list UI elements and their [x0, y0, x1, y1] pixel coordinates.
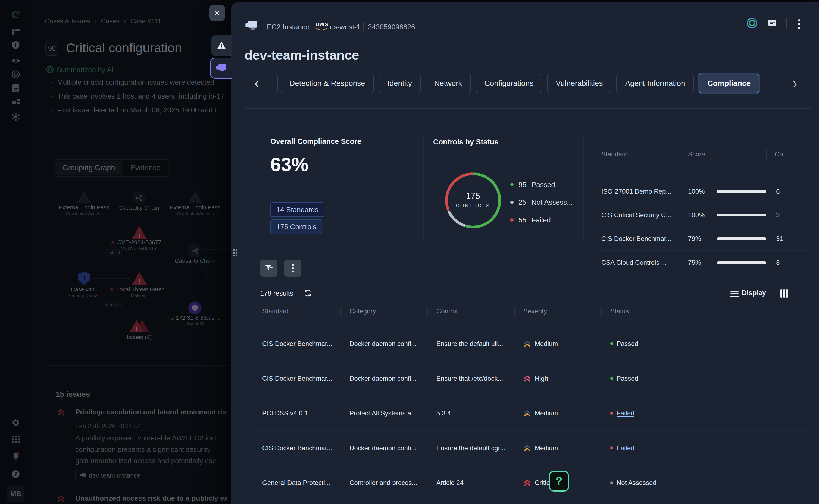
standards-row[interactable]: CIS Critical Security C... 100% 3 [598, 203, 812, 227]
account-id: 343059098826 [368, 23, 415, 31]
help-cursor: ? [549, 471, 569, 492]
tab-partial[interactable] [260, 74, 278, 93]
display-label[interactable]: Display [742, 289, 766, 297]
tab-identity[interactable]: Identity [379, 74, 421, 93]
table-options-kebab-button[interactable] [284, 260, 301, 277]
side-tab-asset[interactable] [210, 58, 231, 79]
standards-row[interactable]: CSA Cloud Controls ... 75% 3 [598, 251, 812, 270]
kebab-menu-icon[interactable] [798, 19, 801, 30]
compliance-score-value: 63% [270, 154, 308, 175]
region: us-west-1 [330, 23, 360, 31]
compliance-score-title: Overall Compliance Score [270, 137, 361, 146]
donut-center-label: CONTROLS [451, 203, 495, 209]
legend-item-passed: 95Passed [510, 181, 555, 189]
close-drawer-button[interactable]: ✕ [209, 5, 225, 21]
columns-icon[interactable] [780, 289, 788, 299]
severity-medium-icon [523, 340, 531, 348]
standards-row[interactable]: CIS Docker Benchmar... 79% 31 [598, 227, 812, 251]
scanner-rings-icon[interactable] [746, 17, 758, 29]
results-count: 178 results [260, 289, 293, 297]
legend-item-not-assess-: 25Not Assess... [510, 198, 573, 206]
tab-detection-response[interactable]: Detection & Response [281, 74, 374, 93]
side-tab-alerts[interactable] [211, 35, 231, 56]
controls-table-body: CIS Docker Benchmar... Docker daemon con… [253, 326, 812, 500]
severity-medium-icon [523, 444, 531, 452]
tabs-scroll-left-icon[interactable] [254, 80, 260, 88]
asset-details-drawer: EC2 Instance aws us-west-1 343059098826 … [231, 2, 819, 504]
legend-item-failed: 55Failed [510, 216, 551, 224]
donut-center-value: 175 [451, 191, 495, 201]
severity-medium-icon [523, 409, 531, 417]
tab-compliance[interactable]: Compliance [699, 74, 759, 93]
monitor-icon [216, 64, 227, 73]
standards-table: Standard Score Co ISO-27001 Demo Rep... … [598, 146, 812, 270]
controls-badge[interactable]: 175 Controls [270, 219, 322, 234]
status-link[interactable]: Failed [617, 409, 634, 417]
asset-type: EC2 Instance [267, 23, 309, 31]
tab-configurations[interactable]: Configurations [476, 74, 542, 93]
asset-monitor-icon [245, 20, 257, 31]
severity-high-icon [523, 375, 531, 382]
tab-network[interactable]: Network [426, 74, 471, 93]
table-row[interactable]: CIS Docker Benchmar... Docker daemon con… [253, 361, 812, 396]
drawer-resize-handle[interactable] [233, 249, 237, 256]
filter-button[interactable] [260, 260, 277, 277]
table-row[interactable]: PCI DSS v4.0.1 Protect All Systems a... … [253, 396, 812, 431]
controls-table-header: Standard Category Control Severity Statu… [253, 307, 812, 320]
table-row[interactable]: CIS Docker Benchmar... Docker daemon con… [253, 326, 812, 361]
severity-critical-icon [523, 479, 531, 487]
chat-icon[interactable] [768, 20, 777, 29]
warning-triangle-icon [216, 41, 226, 50]
tab-agent-information[interactable]: Agent Information [616, 74, 694, 93]
display-list-icon[interactable] [730, 291, 739, 298]
tab-vulnerabilities[interactable]: Vulnerabilities [547, 74, 611, 93]
table-row[interactable]: CIS Docker Benchmar... Docker daemon con… [253, 431, 812, 465]
table-row[interactable]: General Data Protecti... Controller and … [253, 465, 812, 500]
filter-plus-icon [265, 264, 273, 272]
status-link[interactable]: Failed [617, 444, 634, 452]
donut-title: Controls by Status [433, 138, 498, 146]
asset-tabs: Detection & ResponseIdentityNetworkConfi… [281, 74, 759, 93]
refresh-icon[interactable] [304, 289, 312, 298]
tabs-scroll-right-icon[interactable] [792, 80, 798, 88]
standards-row[interactable]: ISO-27001 Demo Rep... 100% 6 [598, 180, 812, 203]
aws-logo: aws [316, 21, 328, 32]
standards-badge[interactable]: 14 Standards [270, 202, 324, 217]
asset-title: dev-team-instance [244, 48, 359, 63]
